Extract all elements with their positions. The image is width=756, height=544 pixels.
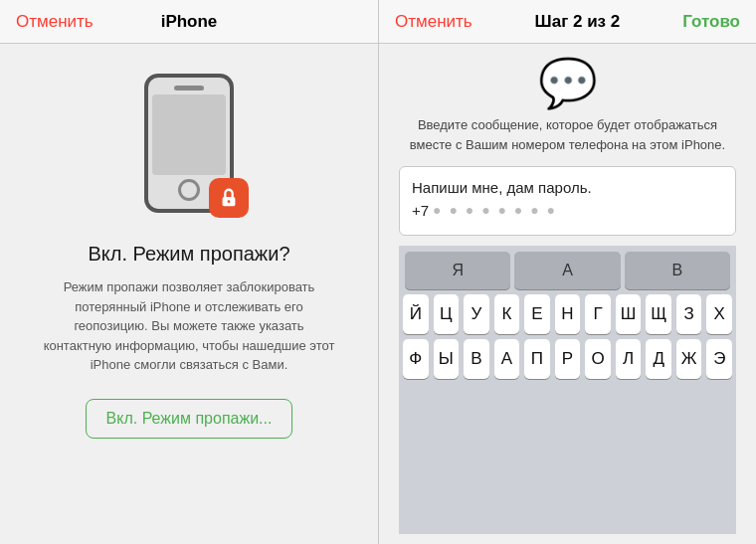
phone-prefix: +7 [412, 200, 429, 223]
speech-bubble-area: 💬 Введите сообщение, которое будет отобр… [399, 60, 736, 154]
message-input[interactable]: Напиши мне, дам пароль. +7 ● ● ● ● ● ● ●… [399, 166, 736, 236]
key-ш[interactable]: Ш [616, 294, 642, 334]
phone-home-button [178, 179, 200, 201]
keyboard-row-2: Ф Ы В А П Р О Л Д Ж Э [403, 339, 732, 379]
key-х[interactable]: Х [706, 294, 732, 334]
key-г[interactable]: Г [585, 294, 611, 334]
key-ж[interactable]: Ж [676, 339, 702, 379]
key-в[interactable]: В [464, 339, 489, 379]
key-е[interactable]: Е [524, 294, 550, 334]
left-header: Отменить iPhone [0, 0, 378, 44]
keyboard-key-a[interactable]: А [514, 252, 620, 289]
key-щ[interactable]: Щ [646, 294, 671, 334]
lost-mode-button[interactable]: Вкл. Режим пропажи... [86, 399, 293, 439]
step-indicator: Шаг 2 из 2 [535, 12, 621, 32]
left-panel: Отменить iPhone Вкл. Режим пропажи? Режи… [0, 0, 378, 544]
key-п[interactable]: П [524, 339, 550, 379]
key-ы[interactable]: Ы [434, 339, 460, 379]
right-panel: Отменить Шаг 2 из 2 Готово 💬 Введите соо… [378, 0, 756, 544]
key-р[interactable]: Р [555, 339, 581, 379]
key-о[interactable]: О [585, 339, 611, 379]
keyboard-row-1: Й Ц У К Е Н Г Ш Щ З Х [403, 294, 732, 334]
key-л[interactable]: Л [616, 339, 642, 379]
key-к[interactable]: К [494, 294, 520, 334]
key-з[interactable]: З [676, 294, 702, 334]
done-button[interactable]: Готово [682, 12, 740, 32]
phone-speaker [174, 86, 204, 91]
speech-description: Введите сообщение, которое будет отображ… [399, 115, 736, 154]
keyboard-top-row: Я А В [403, 252, 732, 289]
key-у[interactable]: У [464, 294, 489, 334]
key-ф[interactable]: Ф [403, 339, 429, 379]
lock-badge [209, 178, 249, 218]
key-д[interactable]: Д [646, 339, 671, 379]
speech-bubble-icon: 💬 [538, 60, 598, 107]
phone-illustration [129, 74, 249, 223]
message-line1: Напиши мне, дам пароль. [412, 177, 723, 200]
lost-mode-description: Режим пропажи позволяет заблокировать по… [40, 277, 338, 375]
phone-number-blurred: ● ● ● ● ● ● ● ● [433, 200, 557, 221]
keyboard: Я А В Й Ц У К Е Н Г Ш Щ З Х Ф Ы В А [399, 246, 736, 534]
phone-screen [152, 94, 226, 175]
key-й[interactable]: Й [403, 294, 429, 334]
key-н[interactable]: Н [555, 294, 581, 334]
keyboard-key-v[interactable]: В [625, 252, 730, 289]
lost-mode-title: Вкл. Режим пропажи? [88, 243, 289, 266]
key-ц[interactable]: Ц [434, 294, 460, 334]
left-title: iPhone [161, 12, 218, 32]
key-а[interactable]: А [494, 339, 520, 379]
key-э[interactable]: Э [706, 339, 732, 379]
right-content: 💬 Введите сообщение, которое будет отобр… [379, 44, 756, 544]
right-header: Отменить Шаг 2 из 2 Готово [379, 0, 756, 44]
left-cancel-button[interactable]: Отменить [16, 12, 94, 32]
svg-point-1 [228, 200, 231, 203]
message-line2: +7 ● ● ● ● ● ● ● ● [412, 200, 723, 223]
keyboard-key-ya[interactable]: Я [405, 252, 510, 289]
left-content: Вкл. Режим пропажи? Режим пропажи позвол… [0, 44, 378, 544]
lock-icon [218, 187, 240, 209]
right-cancel-button[interactable]: Отменить [395, 12, 472, 32]
